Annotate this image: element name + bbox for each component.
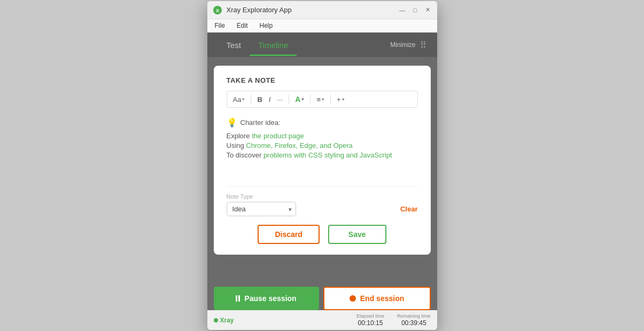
add-group: + ▾ [334, 94, 347, 105]
italic-button[interactable]: I [266, 94, 274, 105]
menu-help[interactable]: Help [258, 21, 275, 30]
discover-link: problems with CSS styling and JavaScript [263, 151, 392, 159]
note-card-title: TAKE A NOTE [227, 76, 418, 84]
font-color-button[interactable]: A ▾ [292, 93, 307, 105]
session-bar: Pause session End session [207, 281, 437, 310]
more-format-button[interactable]: ··· [274, 94, 285, 105]
svg-text:X: X [215, 8, 219, 13]
editor-content[interactable]: 💡 Charter idea: Explore the product page… [227, 113, 418, 187]
grid-icon: ⠿ [420, 40, 426, 50]
maximize-button[interactable]: □ [412, 6, 419, 14]
window-controls: — □ ✕ [399, 6, 432, 14]
editor-spacer [227, 161, 418, 182]
note-card: TAKE A NOTE Aa ▾ B I [214, 66, 431, 255]
remaining-timer: Remaining time 00:39:45 [397, 313, 431, 327]
desktop: X Xray Exploratory App — □ ✕ File Edit H… [0, 0, 644, 331]
note-type-select[interactable]: Idea Bug Question [227, 202, 296, 216]
clear-button[interactable]: Clear [400, 205, 418, 213]
xray-dot-icon [214, 318, 218, 322]
list-button[interactable]: ≡ ▾ [314, 94, 327, 105]
pause-icon [236, 295, 240, 302]
chevron-down-icon-2: ▾ [301, 97, 304, 102]
app-content: Test Timeline Minimize ⠿ TAKE A NOTE [207, 33, 437, 330]
using-line: Using Chrome, Firefox, Edge, and Opera [227, 141, 418, 149]
app-window: X Xray Exploratory App — □ ✕ File Edit H… [207, 1, 437, 330]
bulb-icon: 💡 [227, 117, 237, 128]
separator-4 [330, 94, 331, 104]
explore-link: the product page [252, 132, 304, 140]
minimize-label[interactable]: Minimize [390, 41, 415, 49]
save-button[interactable]: Save [328, 225, 386, 244]
using-link: Chrome, Firefox, Edge, and Opera [246, 141, 352, 149]
window-title: Xray Exploratory App [227, 6, 399, 14]
elapsed-timer: Elapsed time 00:10:15 [356, 313, 384, 327]
tab-actions: Minimize ⠿ [390, 40, 426, 50]
font-size-button[interactable]: Aa ▾ [230, 94, 248, 105]
action-buttons: Discard Save [227, 225, 418, 244]
xray-brand: Xray [214, 317, 234, 324]
title-bar: X Xray Exploratory App — □ ✕ [207, 1, 437, 19]
menu-edit[interactable]: Edit [235, 21, 250, 30]
chevron-down-icon: ▾ [242, 97, 245, 102]
timer-group: Elapsed time 00:10:15 Remaining time 00:… [356, 313, 431, 327]
menu-bar: File Edit Help [207, 19, 437, 33]
editor-toolbar: Aa ▾ B I ··· A [227, 91, 418, 108]
chevron-down-icon-4: ▾ [342, 97, 345, 102]
separator-3 [310, 94, 311, 104]
remaining-value: 00:39:45 [401, 319, 426, 327]
separator-1 [251, 94, 251, 104]
menu-file[interactable]: File [213, 21, 227, 30]
remaining-label: Remaining time [397, 313, 431, 319]
elapsed-value: 00:10:15 [358, 319, 383, 327]
discard-button[interactable]: Discard [258, 225, 319, 244]
tab-bar: Test Timeline Minimize ⠿ [207, 33, 437, 57]
charter-idea-line: 💡 Charter idea: [227, 117, 418, 128]
tab-timeline[interactable]: Timeline [250, 34, 297, 56]
note-type-select-wrapper: Idea Bug Question [227, 202, 296, 216]
chevron-down-icon-3: ▾ [322, 97, 324, 102]
color-group: A ▾ [292, 93, 307, 105]
list-group: ≡ ▾ [314, 94, 327, 105]
close-button[interactable]: ✕ [424, 6, 432, 14]
separator-2 [289, 94, 289, 104]
note-type-section: Note Type Idea Bug Question Clear [227, 193, 418, 216]
discover-line: To discover problems with CSS styling an… [227, 151, 418, 159]
add-button[interactable]: + ▾ [334, 94, 347, 105]
note-type-label: Note Type [227, 193, 418, 200]
minimize-button[interactable]: — [399, 6, 406, 14]
note-type-row: Idea Bug Question Clear [227, 202, 418, 216]
bold-button[interactable]: B [254, 94, 265, 105]
explore-line: Explore the product page [227, 132, 418, 140]
status-bar: Xray Elapsed time 00:10:15 Remaining tim… [207, 310, 437, 330]
font-group: Aa ▾ [230, 94, 248, 105]
stop-icon [350, 295, 356, 302]
end-session-button[interactable]: End session [323, 287, 431, 310]
format-group: B I ··· [254, 94, 285, 105]
pause-session-button[interactable]: Pause session [214, 287, 319, 310]
main-panel: TAKE A NOTE Aa ▾ B I [207, 57, 437, 281]
elapsed-label: Elapsed time [356, 313, 384, 319]
app-icon: X [213, 5, 222, 15]
tab-test[interactable]: Test [218, 34, 250, 56]
